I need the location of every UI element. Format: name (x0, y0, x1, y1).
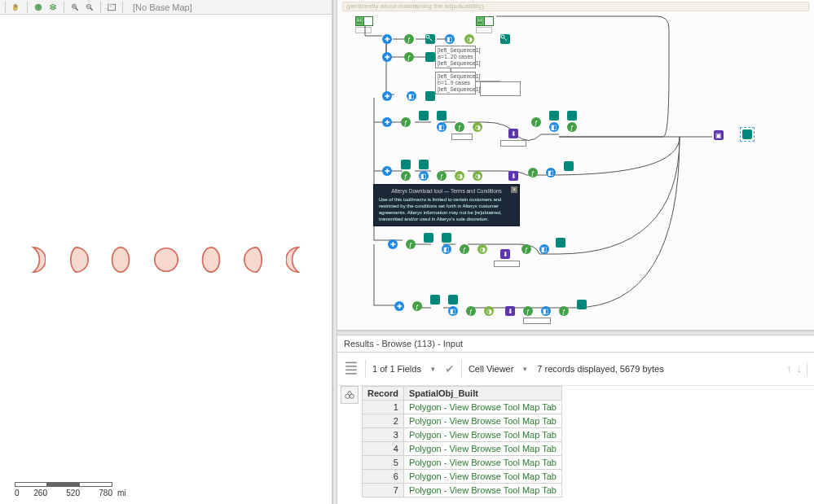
browse-tool-selected[interactable] (740, 127, 755, 142)
formula-tool-icon[interactable]: ƒ (401, 117, 411, 127)
join-tool-icon[interactable]: ◑ (484, 306, 494, 316)
arrow-down-icon[interactable]: ↓ (797, 362, 803, 375)
table-row[interactable]: 4Polygon - View Browse Tool Map Tab (363, 442, 562, 456)
filter-tool-icon[interactable]: ◧ (437, 122, 447, 132)
join-tool-icon[interactable]: ◑ (477, 244, 487, 254)
spatial-link-cell[interactable]: Polygon - View Browse Tool Map Tab (403, 484, 561, 497)
select-tool-icon[interactable]: ✚ (382, 91, 392, 101)
spatial-link-cell[interactable]: Polygon - View Browse Tool Map Tab (403, 442, 561, 456)
table-row[interactable]: 5Polygon - View Browse Tool Map Tab (363, 456, 562, 470)
filter-tool-icon[interactable]: ◧ (448, 306, 458, 316)
join-tool-icon[interactable]: ◑ (455, 171, 464, 181)
spatial-link[interactable]: Polygon - View Browse Tool Map Tab (409, 430, 557, 440)
formula-tool-icon[interactable]: ƒ (437, 171, 447, 181)
checkmark-icon[interactable]: ✔ (445, 362, 455, 375)
download-tool-icon[interactable]: ⬇ (508, 171, 518, 181)
zoom-in-icon[interactable] (69, 2, 81, 13)
formula-tool-icon[interactable]: ƒ (559, 306, 569, 316)
browse-tool-icon[interactable] (419, 111, 429, 121)
select-tool-icon[interactable]: ✚ (382, 166, 392, 176)
column-header-record[interactable]: Record (363, 387, 404, 401)
map-canvas[interactable]: 0 260 520 780 mi (0, 15, 332, 504)
download-tool-icon[interactable]: ⬇ (500, 249, 510, 259)
filter-tool-icon[interactable]: ◧ (541, 306, 551, 316)
filter-tool-icon[interactable]: ◧ (445, 34, 455, 44)
filter-tool-icon[interactable]: ◧ (546, 168, 556, 177)
spatial-link[interactable]: Polygon - View Browse Tool Map Tab (409, 471, 557, 481)
formula-tool-icon[interactable]: ƒ (404, 34, 414, 44)
zoom-out-icon[interactable] (84, 2, 95, 13)
browse-tool-icon[interactable] (430, 295, 440, 305)
formula-tool-icon[interactable]: ƒ (521, 244, 531, 254)
formula-tool-icon[interactable]: ƒ (406, 239, 416, 249)
join-tool-icon[interactable]: ◑ (464, 34, 474, 44)
table-row[interactable]: 7Polygon - View Browse Tool Map Tab (363, 484, 562, 497)
close-icon[interactable]: × (511, 186, 517, 193)
table-row[interactable]: 6Polygon - View Browse Tool Map Tab (363, 470, 562, 484)
layers-icon[interactable] (47, 2, 59, 13)
formula-tool-icon[interactable]: ƒ (412, 301, 422, 311)
browse-tool-icon[interactable] (448, 295, 458, 305)
browse-tool-icon[interactable] (500, 34, 510, 44)
spatial-link[interactable]: Polygon - View Browse Tool Map Tab (409, 402, 557, 412)
filter-tool-icon[interactable]: ◧ (549, 122, 559, 132)
select-tool-icon[interactable]: ✚ (382, 52, 392, 62)
browse-tool-icon[interactable] (425, 91, 435, 101)
formula-tool-icon[interactable]: ƒ (528, 168, 538, 177)
spatial-link[interactable]: Polygon - View Browse Tool Map Tab (409, 458, 557, 467)
join-tool-icon[interactable]: ◑ (473, 171, 482, 181)
column-header-spatialobj[interactable]: SpatialObj_Built (403, 387, 561, 401)
select-tool-icon[interactable]: ✚ (382, 117, 392, 127)
browse-tool-icon[interactable] (577, 300, 587, 309)
formula-tool-icon[interactable]: ƒ (401, 171, 411, 181)
chevron-down-icon[interactable]: ▾ (523, 365, 527, 373)
browse-tool-icon[interactable] (425, 52, 435, 62)
formula-tool-icon[interactable]: ƒ (567, 122, 577, 132)
filter-tool-icon[interactable]: ◧ (539, 244, 549, 254)
table-row[interactable]: 2Polygon - View Browse Tool Map Tab (363, 414, 562, 428)
search-icon[interactable] (341, 386, 359, 404)
browse-tool-icon[interactable] (401, 160, 411, 169)
browse-tool-icon[interactable] (424, 233, 433, 243)
join-tool-icon[interactable]: ◑ (473, 122, 482, 132)
browse-tool-icon[interactable] (442, 233, 451, 243)
filter-tool-icon[interactable]: ◧ (419, 171, 429, 181)
filter-tool-icon[interactable]: ◧ (407, 91, 416, 101)
browse-tool-icon[interactable] (564, 161, 574, 171)
records-view-icon[interactable] (344, 359, 359, 379)
spatial-link-cell[interactable]: Polygon - View Browse Tool Map Tab (403, 470, 561, 484)
formula-tool-icon[interactable]: ƒ (531, 117, 541, 127)
arrow-up-icon[interactable]: ↑ (786, 362, 792, 375)
select-tool-icon[interactable]: ✚ (388, 239, 398, 249)
minimap-icon[interactable] (106, 2, 117, 13)
download-tool-icon[interactable]: ⬇ (505, 306, 515, 316)
globe-icon[interactable] (33, 2, 44, 13)
spatial-link[interactable]: Polygon - View Browse Tool Map Tab (409, 485, 557, 495)
browse-tool-icon[interactable] (556, 238, 565, 248)
chevron-down-icon[interactable]: ▾ (431, 365, 435, 373)
spatial-link[interactable]: Polygon - View Browse Tool Map Tab (409, 416, 557, 426)
formula-tool-icon[interactable]: ƒ (466, 306, 476, 316)
formula-tool-icon[interactable]: ƒ (455, 122, 464, 132)
browse-tool-icon[interactable] (549, 111, 559, 121)
table-row[interactable]: 1Polygon - View Browse Tool Map Tab (363, 401, 562, 414)
spatial-link-cell[interactable]: Polygon - View Browse Tool Map Tab (403, 414, 561, 428)
browse-tool-icon[interactable] (419, 160, 429, 169)
filter-tool-icon[interactable]: ◧ (442, 244, 451, 254)
workflow-canvas[interactable]: (pertinently about maintaining the adjud… (337, 0, 814, 331)
hand-pan-icon[interactable] (11, 2, 22, 13)
formula-tool-icon[interactable]: ƒ (523, 306, 533, 316)
basemap-label[interactable]: [No Base Map] (133, 2, 192, 12)
formula-tool-icon[interactable]: ƒ (404, 52, 414, 62)
union-tool-icon[interactable]: ▣ (714, 130, 724, 140)
select-tool-icon[interactable]: ✚ (394, 301, 404, 311)
spatial-link[interactable]: Polygon - View Browse Tool Map Tab (409, 444, 557, 454)
browse-tool-icon[interactable] (567, 111, 577, 121)
spatial-link-cell[interactable]: Polygon - View Browse Tool Map Tab (403, 401, 561, 414)
spatial-link-cell[interactable]: Polygon - View Browse Tool Map Tab (403, 428, 561, 442)
download-tool-icon[interactable]: ⬇ (508, 129, 518, 138)
table-row[interactable]: 3Polygon - View Browse Tool Map Tab (363, 428, 562, 442)
spatial-link-cell[interactable]: Polygon - View Browse Tool Map Tab (403, 456, 561, 470)
select-tool-icon[interactable]: ✚ (382, 34, 392, 44)
browse-tool-icon[interactable] (425, 34, 435, 44)
